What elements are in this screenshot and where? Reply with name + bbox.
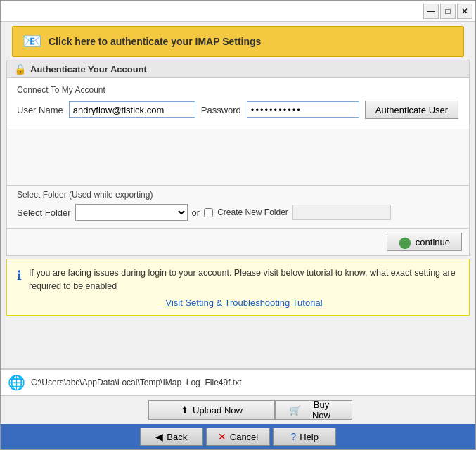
section-title: Authenticate Your Account bbox=[30, 64, 147, 75]
troubleshoot-link[interactable]: Visit Setting & Troubleshooting Tutorial bbox=[29, 297, 459, 308]
create-folder-checkbox[interactable] bbox=[204, 208, 213, 217]
username-label: User Name bbox=[17, 105, 63, 115]
upload-button[interactable]: ⬆ Upload Now bbox=[148, 400, 275, 420]
imap-banner[interactable]: 📧 Click here to authenticate your IMAP S… bbox=[12, 26, 464, 57]
help-icon: ? bbox=[290, 431, 296, 442]
log-path: C:\Users\abc\AppData\Local\Temp\IMap_Log… bbox=[31, 378, 241, 387]
content-area: 📧 Click here to authenticate your IMAP S… bbox=[1, 22, 475, 368]
help-button[interactable]: ? Help bbox=[273, 428, 336, 446]
upload-label: Upload Now bbox=[193, 405, 243, 416]
or-text: or bbox=[192, 207, 200, 218]
continue-row: ⬤ continue bbox=[6, 229, 470, 256]
back-button[interactable]: ◀ Back bbox=[140, 428, 203, 446]
section-header: 🔒 Authenticate Your Account bbox=[6, 60, 470, 78]
password-label: Password bbox=[201, 105, 241, 115]
back-label: Back bbox=[167, 432, 187, 442]
help-label: Help bbox=[300, 432, 319, 442]
continue-label: continue bbox=[416, 237, 450, 248]
folder-section: Select Folder (Used while exporting) Sel… bbox=[6, 186, 470, 229]
empty-space bbox=[6, 129, 470, 186]
lock-icon: 🔒 bbox=[14, 63, 26, 75]
connect-label: Connect To My Account bbox=[17, 85, 459, 95]
cancel-label: Cancel bbox=[230, 432, 258, 442]
folder-label: Select Folder bbox=[17, 207, 71, 218]
main-window: — □ ✕ 📧 Click here to authenticate your … bbox=[0, 0, 476, 450]
upload-icon: ⬆ bbox=[181, 405, 188, 416]
log-bar: 🌐 C:\Users\abc\AppData\Local\Temp\IMap_L… bbox=[1, 368, 475, 395]
buy-icon: 🛒 bbox=[290, 405, 301, 416]
bottom-nav: ◀ Back ✕ Cancel ? Help bbox=[1, 424, 475, 449]
info-icon: ℹ bbox=[17, 268, 22, 283]
info-content: If you are facing issues during login to… bbox=[29, 266, 459, 308]
buy-label: Buy Now bbox=[305, 399, 337, 420]
continue-icon: ⬤ bbox=[399, 236, 411, 249]
action-row: ⬆ Upload Now 🛒 Buy Now bbox=[1, 395, 475, 424]
buy-button[interactable]: 🛒 Buy Now bbox=[275, 400, 352, 420]
authenticate-button[interactable]: Authenticate User bbox=[365, 101, 458, 119]
back-icon: ◀ bbox=[155, 431, 163, 442]
folder-row: Select Folder or Create New Folder bbox=[17, 204, 459, 221]
cancel-button[interactable]: ✕ Cancel bbox=[206, 428, 270, 446]
banner-text: Click here to authenticate your IMAP Set… bbox=[49, 36, 261, 47]
auth-form-row: User Name Password Authenticate User bbox=[17, 101, 459, 119]
close-button[interactable]: ✕ bbox=[457, 4, 472, 19]
password-input[interactable] bbox=[247, 101, 359, 118]
continue-button[interactable]: ⬤ continue bbox=[387, 233, 462, 251]
create-folder-label: Create New Folder bbox=[217, 207, 288, 217]
folder-select[interactable] bbox=[75, 204, 188, 221]
new-folder-input[interactable] bbox=[292, 205, 391, 220]
info-text: If you are facing issues during login to… bbox=[29, 268, 456, 291]
cancel-icon: ✕ bbox=[218, 431, 226, 442]
title-bar: — □ ✕ bbox=[1, 1, 475, 22]
info-box: ℹ If you are facing issues during login … bbox=[6, 259, 470, 316]
email-icon: 📧 bbox=[22, 32, 41, 51]
maximize-button[interactable]: □ bbox=[440, 4, 456, 19]
username-input[interactable] bbox=[69, 101, 195, 118]
folder-title: Select Folder (Used while exporting) bbox=[17, 190, 459, 200]
auth-area: Connect To My Account User Name Password… bbox=[6, 78, 470, 129]
minimize-button[interactable]: — bbox=[423, 4, 439, 19]
log-icon: 🌐 bbox=[8, 374, 25, 391]
